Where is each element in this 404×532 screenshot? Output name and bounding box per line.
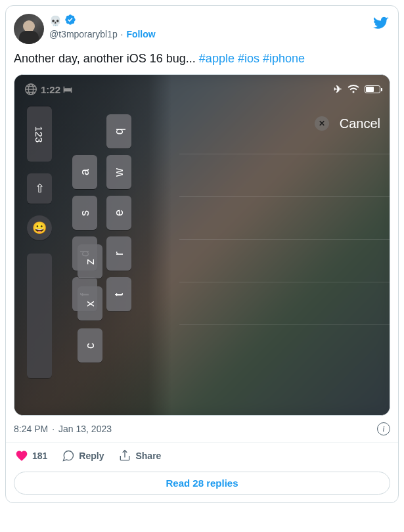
verified-badge-icon [64, 14, 76, 28]
spotlight-rows [179, 154, 390, 367]
heart-icon [15, 449, 28, 462]
key-q[interactable]: q [106, 114, 131, 148]
hashtag-apple[interactable]: #apple [199, 52, 235, 65]
tweet-header: 💀 @t3mporarybl1p · Follow [14, 14, 390, 44]
key-a[interactable]: a [72, 155, 97, 189]
key-shift[interactable]: ⇧ [27, 173, 52, 204]
key-t[interactable]: t [106, 277, 131, 311]
tweet-text-prefix: Another day, another iOS 16 bug... [14, 52, 199, 65]
avatar[interactable] [14, 14, 44, 44]
ios-search-row: ✕ Cancel [315, 109, 380, 138]
key-w[interactable]: w [106, 155, 131, 189]
follow-link[interactable]: Follow [126, 29, 155, 39]
tweet-media[interactable]: 1:22 🛏 ✈ ✕ Cancel 123 ⇧ 😀 [14, 74, 390, 416]
dot-separator: · [121, 29, 123, 39]
key-space[interactable] [27, 254, 52, 378]
cancel-button[interactable]: Cancel [340, 116, 380, 131]
tweet-actions: 181 Reply Share [14, 443, 390, 470]
handle-row: @t3mporarybl1p · Follow [49, 29, 390, 39]
hashtag-iphone[interactable]: #iphone [263, 52, 305, 65]
info-icon[interactable]: i [377, 422, 390, 435]
airplane-icon: ✈ [334, 83, 342, 95]
twitter-logo-icon[interactable] [373, 15, 389, 33]
like-button[interactable]: 181 [15, 449, 47, 462]
key-col-top: q w e r t [106, 114, 131, 311]
tweet-date[interactable]: Jan 13, 2023 [58, 424, 112, 434]
clear-input-icon[interactable]: ✕ [315, 116, 329, 131]
ios-keyboard-rotated: 123 ⇧ 😀 a s d f z x c q [14, 75, 172, 416]
key-123[interactable]: 123 [27, 106, 52, 162]
dot-separator: · [52, 424, 55, 434]
key-r[interactable]: r [106, 236, 131, 271]
read-replies-button[interactable]: Read 28 replies [14, 472, 390, 495]
hashtag-ios[interactable]: #ios [238, 52, 259, 65]
user-handle[interactable]: @t3mporarybl1p [49, 29, 118, 39]
key-z[interactable]: z [78, 244, 102, 278]
wifi-icon [348, 85, 359, 94]
share-icon [118, 449, 131, 462]
tweet-time[interactable]: 8:24 PM [14, 424, 48, 434]
share-button[interactable]: Share [118, 449, 161, 462]
battery-icon [365, 85, 380, 93]
key-emoji[interactable]: 😀 [27, 215, 52, 240]
key-x[interactable]: x [78, 286, 102, 321]
display-name[interactable]: 💀 [49, 14, 390, 28]
ios-overlay: 1:22 🛏 ✈ ✕ Cancel 123 ⇧ 😀 [14, 75, 390, 415]
key-e[interactable]: e [106, 196, 131, 230]
tweet-card: 💀 @t3mporarybl1p · Follow Another day, a… [5, 5, 399, 503]
reply-label: Reply [79, 451, 104, 461]
like-count: 181 [32, 451, 47, 461]
key-c[interactable]: c [78, 328, 102, 363]
reply-button[interactable]: Reply [62, 449, 104, 462]
svg-point-5 [353, 91, 355, 93]
share-label: Share [135, 451, 161, 461]
reply-icon [62, 449, 75, 462]
tweet-meta-row: 8:24 PM · Jan 13, 2023 i [14, 422, 390, 435]
user-block: 💀 @t3mporarybl1p · Follow [49, 14, 390, 39]
tweet-text: Another day, another iOS 16 bug... #appl… [14, 51, 390, 66]
skull-icon: 💀 [49, 15, 62, 27]
key-s[interactable]: s [72, 196, 97, 230]
